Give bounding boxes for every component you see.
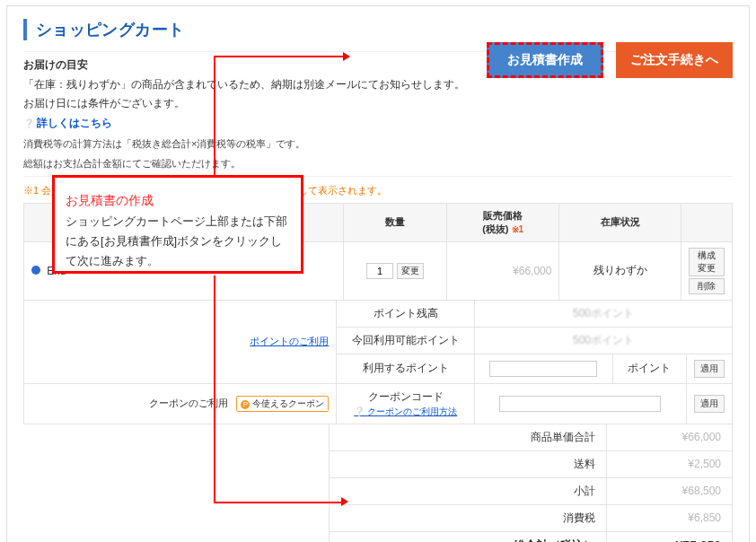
points-available-label: 今回利用可能ポイント <box>337 327 475 354</box>
stock-status: 残りわずか <box>559 241 681 300</box>
top-action-row: お見積書作成 ご注文手続きへ <box>487 42 733 78</box>
instruction-title: お見積書の作成 <box>66 190 290 212</box>
points-apply-button[interactable]: 適用 <box>694 360 725 378</box>
tax-value: ¥6,850 <box>607 504 733 531</box>
points-balance-label: ポイント残高 <box>337 300 475 327</box>
points-available-value: 500ポイント <box>573 334 634 346</box>
col-qty: 数量 <box>343 203 446 241</box>
arrow-line <box>214 56 303 57</box>
subtotal-label: 小計 <box>330 477 607 504</box>
points-use-label: 利用するポイント <box>337 354 475 383</box>
quantity-change-button[interactable]: 変更 <box>397 263 424 279</box>
col-price: 販売価格 (税抜) ※1 <box>446 203 559 241</box>
delete-item-button[interactable]: 削除 <box>689 278 725 294</box>
arrow-line <box>214 502 343 503</box>
product-bullet-icon <box>31 266 40 275</box>
points-use-input[interactable] <box>489 361 597 377</box>
tax-note-1: 消費税等の計算方法は「税抜き総合計×消費税等の税率」です。 <box>23 136 733 153</box>
subtotal-unit-label: 商品単価合計 <box>330 424 607 450</box>
subtotal-unit-value: ¥66,000 <box>607 424 733 450</box>
shipping-label: 送料 <box>330 450 607 477</box>
coupon-left-label: クーポンのご利用 <box>149 398 228 408</box>
coupon-apply-button[interactable]: 適用 <box>694 395 725 413</box>
unit-price: ¥66,000 <box>446 241 559 300</box>
arrow-line <box>214 56 215 177</box>
instruction-callout: お見積書の作成 ショッピングカートページ上部または下部にある[お見積書作成]ボタ… <box>52 175 303 274</box>
grand-total-label: 総合計（税込） <box>330 531 607 542</box>
checkout-button-top[interactable]: ご注文手続きへ <box>616 42 733 78</box>
delivery-line-2: お届け日には条件がございます。 <box>23 94 733 114</box>
details-link[interactable]: 詳しくはこちら <box>23 117 112 129</box>
arrow-head-icon <box>303 56 348 57</box>
arrow-head-icon <box>341 497 348 506</box>
create-quote-button-top[interactable]: お見積書作成 <box>487 42 603 78</box>
instruction-body: ショッピングカートページ上部または下部にある[お見積書作成]ボタンをクリックして… <box>66 212 290 271</box>
points-usage-link[interactable]: ポイントのご利用 <box>250 336 329 346</box>
points-unit: ポイント <box>612 354 686 383</box>
config-change-button[interactable]: 構成変更 <box>689 248 725 276</box>
subtotal-value: ¥68,500 <box>607 477 733 504</box>
coupon-usage-link[interactable]: ❔ クーポンのご利用方法 <box>354 406 457 416</box>
grand-total-value: ¥75,350 <box>607 531 733 542</box>
shipping-value: ¥2,500 <box>607 450 733 477</box>
available-coupons-chip[interactable]: P今使えるクーポン <box>236 396 329 412</box>
coupon-code-input[interactable] <box>499 396 661 412</box>
tax-label: 消費税 <box>330 504 607 531</box>
page-title: ショッピングカート <box>36 19 733 40</box>
col-stock: 在庫状況 <box>559 203 681 241</box>
quantity-input[interactable] <box>366 263 393 279</box>
points-balance-value: 500ポイント <box>573 307 634 319</box>
tax-note-2: 総額はお支払合計金額にてご確認いただけます。 <box>23 156 733 172</box>
coupon-code-label: クーポンコード <box>368 390 444 403</box>
arrow-line <box>214 275 215 502</box>
